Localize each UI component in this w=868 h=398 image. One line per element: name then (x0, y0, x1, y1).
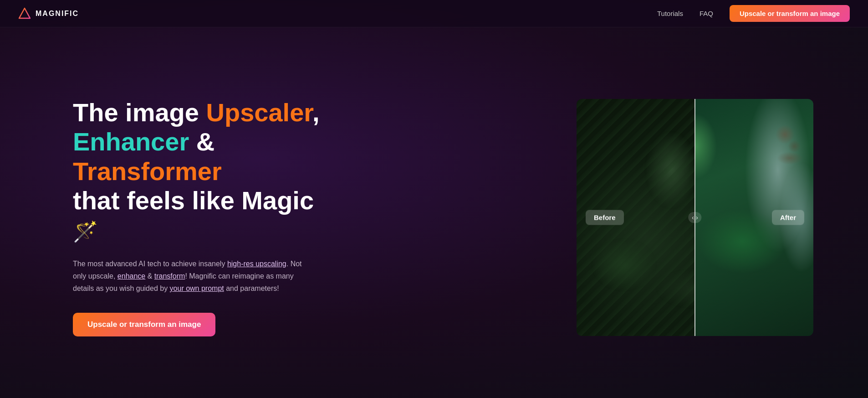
chevron-right-icon: › (696, 214, 698, 221)
brand-name: MAGNIFIC (36, 10, 79, 18)
headline-and: & (189, 127, 214, 156)
svg-marker-0 (19, 8, 30, 18)
comparison-divider[interactable]: ‹ › (694, 99, 695, 336)
desc-link1[interactable]: high-res upscaling (227, 260, 286, 268)
comparison-after: After (695, 99, 813, 336)
desc-link3[interactable]: transform (154, 272, 185, 280)
hero-right: Before After ‹ › (577, 99, 813, 336)
headline-part4: that feels like Magic (73, 186, 314, 215)
navbar: MAGNIFIC Tutorials FAQ Upscale or transf… (0, 0, 868, 27)
before-label: Before (586, 210, 624, 225)
image-comparison[interactable]: Before After ‹ › (577, 99, 813, 336)
nav-cta-button[interactable]: Upscale or transform an image (730, 5, 850, 22)
desc-text1: The most advanced AI tech to achieve ins… (73, 260, 227, 268)
comparison-before: Before (577, 99, 695, 336)
logo[interactable]: MAGNIFIC (18, 7, 79, 20)
headline-comma: , (312, 98, 320, 127)
headline-upscaler: Upscaler (206, 98, 313, 127)
nav-links: Tutorials FAQ Upscale or transform an im… (657, 5, 850, 22)
after-label: After (772, 210, 804, 225)
chevron-left-icon: ‹ (692, 214, 694, 221)
headline-transformer: Transformer (73, 157, 222, 186)
headline-enhancer: Enhancer (73, 127, 189, 156)
comparison-handle[interactable]: ‹ › (688, 212, 701, 223)
hero-section: The image Upscaler, Enhancer & Transform… (0, 27, 868, 398)
hero-cta-button[interactable]: Upscale or transform an image (73, 313, 215, 336)
desc-text3: & (145, 272, 154, 280)
logo-icon (18, 7, 31, 20)
desc-link2[interactable]: enhance (117, 272, 145, 280)
desc-link4[interactable]: your own prompt (170, 284, 224, 292)
tutorials-link[interactable]: Tutorials (657, 10, 683, 17)
hero-description: The most advanced AI tech to achieve ins… (73, 258, 310, 295)
hero-left: The image Upscaler, Enhancer & Transform… (73, 98, 328, 337)
hero-headline: The image Upscaler, Enhancer & Transform… (73, 98, 328, 245)
desc-text5: and parameters! (224, 284, 279, 292)
magic-icon: 🪄 (73, 220, 98, 243)
faq-link[interactable]: FAQ (700, 10, 713, 17)
headline-part1: The image (73, 98, 206, 127)
